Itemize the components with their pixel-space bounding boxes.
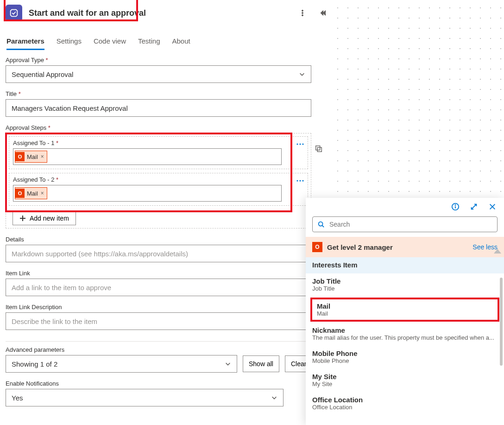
tab-about[interactable]: About <box>172 37 190 50</box>
collapse-icon[interactable] <box>318 8 328 18</box>
label-advanced: Advanced parameters <box>6 346 330 353</box>
svg-point-6 <box>299 143 301 145</box>
label-enable-notifications: Enable Notifications <box>6 380 330 387</box>
step-2: Assigned To - 2 * O Mail × <box>9 173 308 206</box>
svg-point-2 <box>302 15 303 16</box>
title-input[interactable]: Managers Vacation Request Approval <box>6 99 311 117</box>
svg-rect-4 <box>317 147 321 152</box>
office-icon: O <box>15 152 25 161</box>
svg-point-9 <box>299 180 301 181</box>
property-mobile-phone[interactable]: Mobile Phone Mobile Phone <box>306 346 504 369</box>
svg-point-13 <box>455 205 455 205</box>
label-title: Title * <box>6 90 330 97</box>
chevron-down-icon <box>271 394 277 401</box>
label-item-link-desc: Item Link Description <box>6 304 330 311</box>
svg-point-8 <box>296 180 298 181</box>
dynamic-token-mail[interactable]: O Mail × <box>15 151 47 163</box>
tab-parameters[interactable]: Parameters <box>6 37 44 50</box>
dynamic-token-mail[interactable]: O Mail × <box>15 187 47 199</box>
dynamic-search-input[interactable] <box>312 216 498 232</box>
chevron-down-icon <box>225 361 231 367</box>
svg-point-1 <box>302 13 303 14</box>
dynamic-source-row[interactable]: O Get level 2 manager See less <box>306 237 504 257</box>
step-2-label: Assigned To - 2 * <box>13 176 58 183</box>
show-all-button[interactable]: Show all <box>243 355 279 372</box>
tab-code-view[interactable]: Code view <box>94 37 126 50</box>
add-new-item-button[interactable]: Add new item <box>13 211 76 225</box>
step-1-label: Assigned To - 1 * <box>13 140 58 146</box>
property-mail[interactable]: Mail Mail <box>310 298 499 322</box>
tab-bar: Parameters Settings Code view Testing Ab… <box>6 37 330 50</box>
property-nickname[interactable]: Nickname The mail alias for the user. Th… <box>306 323 504 346</box>
search-icon <box>317 221 325 228</box>
assigned-to-1-input[interactable]: O Mail × <box>13 148 282 165</box>
item-link-desc-input[interactable]: Describe the link to the item <box>6 312 311 330</box>
remove-token-icon[interactable]: × <box>41 190 44 197</box>
tab-settings[interactable]: Settings <box>57 37 82 50</box>
info-icon[interactable] <box>450 202 460 212</box>
property-group-header[interactable]: Interests Item <box>306 257 504 273</box>
svg-rect-3 <box>316 146 320 150</box>
item-link-input[interactable]: Add a link to the item to approve <box>6 279 311 296</box>
approval-steps-container: Assigned To - 1 * O Mail × Assigned To -… <box>6 133 311 228</box>
svg-point-5 <box>296 143 298 145</box>
property-my-site[interactable]: My Site My Site <box>306 369 504 392</box>
approval-type-select[interactable]: Sequential Approval <box>6 65 311 83</box>
svg-point-7 <box>302 143 303 145</box>
close-icon[interactable] <box>487 202 498 212</box>
caret-up-icon <box>494 249 501 254</box>
designer-canvas[interactable] <box>328 0 504 204</box>
reorder-handle-icon[interactable] <box>313 143 324 154</box>
assigned-to-2-input[interactable]: O Mail × <box>13 185 282 202</box>
action-config-panel: Start and wait for an approval Parameter… <box>6 0 330 414</box>
scrollbar[interactable] <box>500 278 503 366</box>
property-job-title[interactable]: Job Title Job Title <box>306 273 504 297</box>
details-input[interactable]: Markdown supported (see https://aka.ms/a… <box>6 245 311 262</box>
svg-point-14 <box>319 222 323 226</box>
label-approval-type: Approval Type * <box>6 57 330 63</box>
search-field[interactable] <box>328 220 492 228</box>
svg-point-0 <box>302 10 303 12</box>
remove-token-icon[interactable]: × <box>41 153 44 160</box>
office-icon: O <box>312 242 322 252</box>
approval-type-value: Sequential Approval <box>12 70 73 78</box>
chevron-down-icon <box>299 71 305 77</box>
panel-title: Start and wait for an approval <box>29 8 297 18</box>
divider <box>6 341 311 342</box>
dynamic-source-name: Get level 2 manager <box>327 243 393 251</box>
advanced-params-select[interactable]: Showing 1 of 2 <box>6 355 237 373</box>
expand-icon[interactable] <box>469 202 479 212</box>
svg-point-10 <box>302 180 303 181</box>
property-office-location[interactable]: Office Location Office Location <box>306 392 504 415</box>
dynamic-content-popup: O Get level 2 manager See less Interests… <box>306 198 504 425</box>
more-icon[interactable] <box>297 8 308 18</box>
step-1: Assigned To - 1 * O Mail × <box>9 136 308 169</box>
tab-testing[interactable]: Testing <box>138 37 160 50</box>
office-icon: O <box>15 189 25 198</box>
step-2-more-icon[interactable] <box>296 176 304 183</box>
enable-notifications-select[interactable]: Yes <box>6 389 284 406</box>
approvals-icon <box>6 5 22 21</box>
panel-header: Start and wait for an approval <box>6 0 330 26</box>
svg-line-15 <box>322 226 324 228</box>
dynamic-properties-list[interactable]: Interests Item Job Title Job Title Mail … <box>306 257 504 425</box>
label-details: Details <box>6 236 330 243</box>
label-approval-steps: Approval Steps * <box>6 124 330 131</box>
step-1-more-icon[interactable] <box>296 140 304 146</box>
label-item-link: Item Link <box>6 270 330 277</box>
